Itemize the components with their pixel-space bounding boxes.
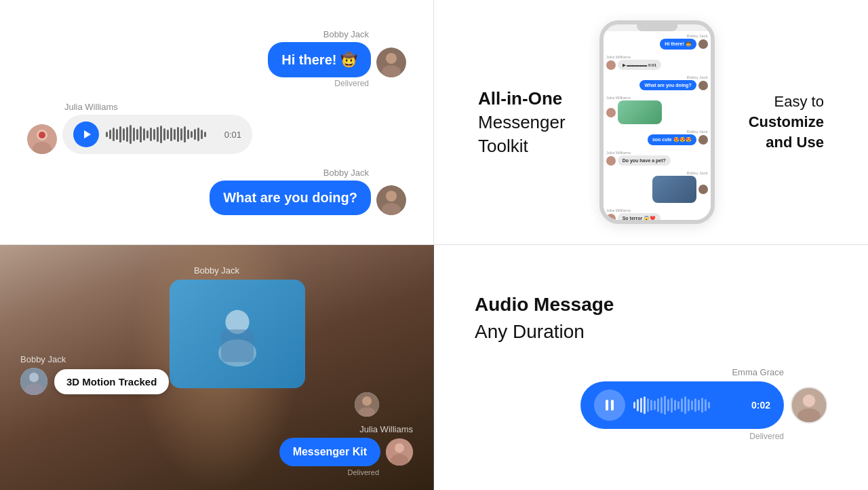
phone-mockup: Bobby Jack Hi there! 🤠 Julia Williams ▶ … xyxy=(599,20,715,224)
play-button[interactable] xyxy=(73,121,99,147)
chat-bubble-1: Hi there! 🤠 xyxy=(268,42,371,77)
motion-tracked-section: Bobby Jack 3D Motion Tracked xyxy=(20,354,169,395)
svg-point-21 xyxy=(395,443,404,453)
small-avatar-2 xyxy=(20,368,47,395)
avatar-bobby-2 xyxy=(376,185,406,215)
audio-message-section: Emma Grace xyxy=(475,367,827,441)
avatar-julia xyxy=(27,124,57,154)
features-panel: All-in-One Messenger Toolkit Bobby Jack … xyxy=(434,0,868,245)
audio-panel: Audio Message Any Duration Emma Grace xyxy=(434,245,868,490)
svg-point-1 xyxy=(386,53,397,64)
audio-text-block: Audio Message Any Duration xyxy=(475,294,614,343)
emma-sender-name: Emma Grace xyxy=(732,367,784,377)
video-call-bubble xyxy=(170,280,305,388)
video-sender-name: Bobby Jack xyxy=(194,265,239,276)
motion-tracked-bubble: 3D Motion Tracked xyxy=(54,369,169,394)
messenger-label: Messenger xyxy=(478,112,566,133)
pause-button[interactable] xyxy=(594,390,625,421)
pause-icon xyxy=(606,400,614,411)
waveform xyxy=(106,125,218,144)
delivered-overlay: Delivered xyxy=(348,468,379,476)
svg-point-24 xyxy=(803,394,816,407)
message-3: Bobby Jack What are you doing? xyxy=(27,168,406,215)
small-avatar-1 xyxy=(355,392,379,417)
emma-avatar xyxy=(791,387,827,423)
bubble-row-2: 0:01 xyxy=(27,115,406,154)
sender-name-3: Bobby Jack xyxy=(27,168,406,178)
audio-message-bubble: 0:02 xyxy=(580,381,784,429)
svg-point-18 xyxy=(29,373,39,382)
audio-waveform xyxy=(633,396,743,415)
svg-point-25 xyxy=(797,409,820,423)
audio-message-title: Audio Message xyxy=(475,294,614,316)
small-avatar-3 xyxy=(386,438,413,466)
audio-duration: 0:02 xyxy=(751,400,770,411)
sender-name-1: Bobby Jack xyxy=(27,29,406,39)
toolkit-label: Toolkit xyxy=(478,136,566,157)
video-panel: envato Bobby Jack Bobby Jack xyxy=(0,245,434,490)
svg-point-15 xyxy=(362,396,372,406)
message-2: Julia Williams xyxy=(27,102,406,154)
messenger-kit-section: Julia Williams Messenger Kit Delivered xyxy=(41,424,413,476)
messenger-kit-bubble: Messenger Kit xyxy=(279,438,380,466)
right-text-block: Easy to Customize and Use xyxy=(749,93,824,151)
bubble-row-3: What are you doing? xyxy=(27,181,406,215)
delivered-q4: Delivered xyxy=(749,432,784,441)
chat-panel: Bobby Jack Hi there! 🤠 Delivered Julia W… xyxy=(0,0,434,245)
julia-label: Julia Williams xyxy=(359,424,413,434)
bubble-row-1: Hi there! 🤠 xyxy=(27,42,406,77)
audio-bubble: 0:01 xyxy=(62,115,252,154)
avatar-bobby-1 xyxy=(376,48,406,77)
left-text-block: All-in-One Messenger Toolkit xyxy=(478,88,566,157)
audio-time: 0:01 xyxy=(224,130,241,140)
customize-label: Customize xyxy=(749,113,824,131)
any-duration-subtitle: Any Duration xyxy=(475,321,614,343)
allinone-label: All-in-One xyxy=(478,88,566,109)
sender-name-2: Julia Williams xyxy=(27,102,406,112)
delivered-1: Delivered xyxy=(27,79,406,88)
svg-rect-13 xyxy=(221,330,254,362)
use-label: and Use xyxy=(749,134,824,151)
easy-label: Easy to xyxy=(749,93,824,111)
bobby-label: Bobby Jack xyxy=(20,354,169,364)
phone-notch xyxy=(637,24,677,31)
audio-message-row: 0:02 xyxy=(580,381,827,429)
svg-point-6 xyxy=(39,132,45,138)
message-1: Bobby Jack Hi there! 🤠 Delivered xyxy=(27,29,406,88)
svg-point-9 xyxy=(386,191,397,202)
chat-bubble-3: What are you doing? xyxy=(210,181,371,215)
phone-screen: Bobby Jack Hi there! 🤠 Julia Williams ▶ … xyxy=(604,31,711,220)
svg-marker-7 xyxy=(84,130,91,138)
